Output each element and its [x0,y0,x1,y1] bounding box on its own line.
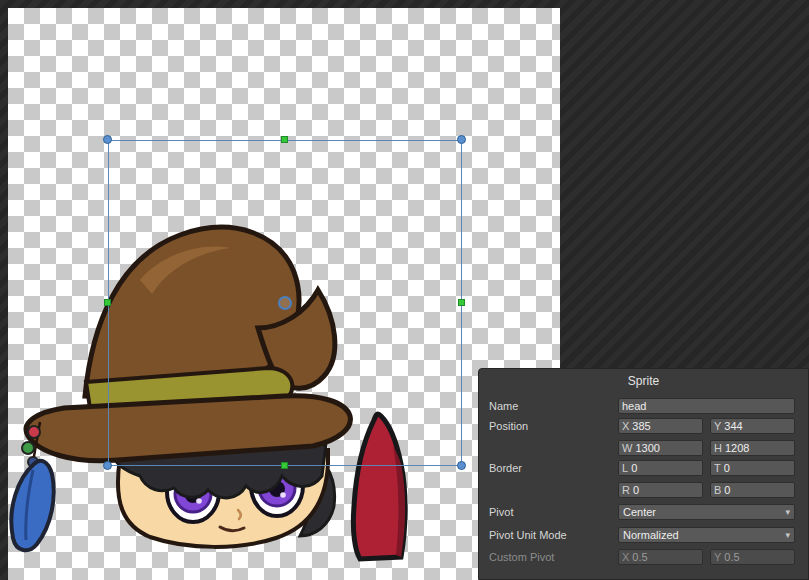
border-rb-row: R B [479,482,808,499]
custom-pivot-label: Custom Pivot [489,551,554,563]
selection-handle-top-left[interactable] [103,135,112,144]
x-prefix: X [619,420,629,432]
y-prefix: Y [711,551,721,563]
pivot-row: Pivot Center ▾ [479,504,808,521]
selection-handle-top-mid[interactable] [281,136,288,143]
pivot-unit-mode-value: Normalized [623,529,785,541]
pivot-dropdown[interactable]: Center ▾ [618,504,795,520]
position-xy-row: Position X Y [479,418,808,435]
selection-handle-top-right[interactable] [457,135,466,144]
pivot-value: Center [623,506,785,518]
selection-handle-bottom-left[interactable] [103,461,112,470]
custom-pivot-y-input [721,550,794,564]
border-r-field[interactable]: R [618,482,703,498]
bead-green [22,442,34,454]
border-b-input[interactable] [721,483,794,497]
sprite-inspector-panel: Sprite Name Position X Y W [478,368,809,580]
custom-pivot-x-input [629,550,702,564]
l-prefix: L [619,462,628,474]
name-field[interactable] [618,398,795,414]
border-label: Border [489,462,522,474]
position-wh-row: W H [479,440,808,457]
pivot-unit-mode-label: Pivot Unit Mode [489,529,567,541]
position-w-field[interactable]: W [618,440,703,456]
pivot-unit-mode-row: Pivot Unit Mode Normalized ▾ [479,527,808,544]
pivot-label: Pivot [489,506,513,518]
custom-pivot-x-field: X [618,549,703,565]
position-h-field[interactable]: H [710,440,795,456]
selection-handle-left-mid[interactable] [104,299,111,306]
pivot-handle[interactable] [278,296,292,310]
position-w-input[interactable] [632,441,702,455]
border-b-field[interactable]: B [710,482,795,498]
border-lt-row: Border L T [479,460,808,477]
w-prefix: W [619,442,632,454]
pivot-unit-mode-dropdown[interactable]: Normalized ▾ [618,527,795,543]
selection-handle-bottom-right[interactable] [457,461,466,470]
position-y-input[interactable] [721,419,794,433]
h-prefix: H [711,442,722,454]
border-l-field[interactable]: L [618,460,703,476]
border-r-input[interactable] [630,483,702,497]
y-prefix: Y [711,420,721,432]
position-h-input[interactable] [722,441,794,455]
position-x-input[interactable] [629,419,702,433]
border-t-input[interactable] [721,461,794,475]
position-x-field[interactable]: X [618,418,703,434]
border-l-input[interactable] [628,461,702,475]
panel-title: Sprite [479,374,808,388]
name-row: Name [479,398,808,415]
custom-pivot-y-field: Y [710,549,795,565]
border-t-field[interactable]: T [710,460,795,476]
b-prefix: B [711,484,721,496]
t-prefix: T [711,462,721,474]
position-label: Position [489,420,528,432]
chevron-down-icon: ▾ [785,507,790,517]
position-y-field[interactable]: Y [710,418,795,434]
r-prefix: R [619,484,630,496]
chevron-down-icon: ▾ [785,530,790,540]
selection-handle-right-mid[interactable] [458,299,465,306]
selection-handle-bottom-mid[interactable] [281,462,288,469]
custom-pivot-row: Custom Pivot X Y [479,549,808,566]
name-label: Name [489,400,518,412]
name-input[interactable] [619,399,794,413]
unity-sprite-editor: { "panel": { "title": "Sprite", "name": … [0,0,809,580]
x-prefix: X [619,551,629,563]
bead-red [28,426,40,438]
